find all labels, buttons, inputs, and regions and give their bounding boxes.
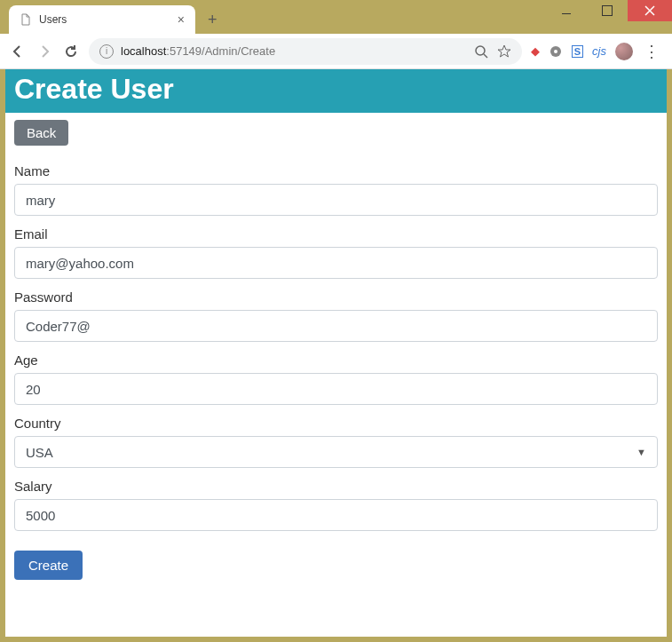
name-input[interactable] <box>14 184 658 216</box>
field-country: Country USA ▼ <box>14 416 658 468</box>
field-password: Password <box>14 289 658 342</box>
forward-icon <box>36 43 53 60</box>
page-content: Create User Back Name Email Password Age… <box>0 69 672 642</box>
extension-cjs[interactable]: cjs <box>592 44 606 58</box>
country-selected-value: USA <box>26 445 53 460</box>
field-salary: Salary <box>14 479 658 531</box>
reload-icon[interactable] <box>62 43 80 60</box>
new-tab-button[interactable]: + <box>208 5 217 34</box>
browser-window: Users × + i localhost:57149/Admin/Create <box>0 0 672 642</box>
url-text: localhost:57149/Admin/Create <box>121 44 467 58</box>
label-name: Name <box>14 163 658 178</box>
document-icon <box>20 13 32 26</box>
zoom-icon[interactable] <box>474 44 488 59</box>
omnibox[interactable]: i localhost:57149/Admin/Create <box>89 38 522 65</box>
browser-tab-users[interactable]: Users × <box>9 5 195 34</box>
extension-icon-1[interactable]: ◆ <box>531 44 540 58</box>
tab-title: Users <box>39 13 170 26</box>
window-minimize-button[interactable] <box>546 0 587 21</box>
field-name: Name <box>14 163 658 216</box>
browser-menu-icon[interactable]: ⋮ <box>642 42 661 61</box>
profile-avatar[interactable] <box>615 43 633 60</box>
window-controls <box>546 0 672 21</box>
label-salary: Salary <box>14 479 658 494</box>
create-user-form: Name Email Password Age Country USA ▼ <box>5 163 667 594</box>
svg-point-2 <box>554 50 557 53</box>
chevron-down-icon: ▼ <box>636 447 646 457</box>
field-email: Email <box>14 226 658 279</box>
page-title: Create User <box>5 69 667 113</box>
site-info-icon[interactable]: i <box>99 44 114 59</box>
back-button[interactable]: Back <box>14 120 68 146</box>
label-age: Age <box>14 353 658 368</box>
label-country: Country <box>14 416 658 431</box>
star-icon[interactable] <box>497 44 511 59</box>
label-email: Email <box>14 226 658 242</box>
field-age: Age <box>14 353 658 405</box>
extension-icon-3[interactable]: S <box>572 45 583 58</box>
address-bar: i localhost:57149/Admin/Create ◆ S cjs ⋮ <box>0 34 672 69</box>
svg-point-0 <box>476 46 485 55</box>
omnibox-actions <box>474 44 511 59</box>
back-icon[interactable] <box>9 43 27 60</box>
create-button[interactable]: Create <box>14 551 83 580</box>
tab-close-icon[interactable]: × <box>178 12 185 27</box>
extension-icon-2[interactable] <box>549 44 563 59</box>
email-input[interactable] <box>14 247 658 279</box>
extension-icons: ◆ S cjs ⋮ <box>531 42 663 61</box>
window-close-button[interactable] <box>628 0 672 21</box>
url-host: localhost <box>121 44 166 58</box>
password-input[interactable] <box>14 310 658 342</box>
url-path: /Admin/Create <box>202 44 275 58</box>
age-input[interactable] <box>14 373 658 405</box>
label-password: Password <box>14 289 658 305</box>
country-select[interactable]: USA ▼ <box>14 436 658 468</box>
window-maximize-button[interactable] <box>587 0 628 21</box>
salary-input[interactable] <box>14 499 658 531</box>
url-port: :57149 <box>166 44 202 58</box>
